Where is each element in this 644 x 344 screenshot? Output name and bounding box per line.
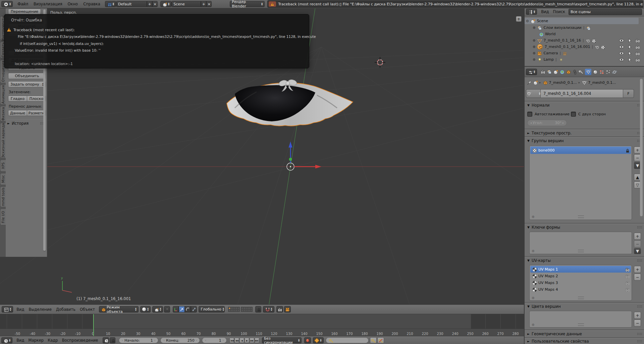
menu-timeline-playback[interactable]: Воспроизведение <box>62 338 98 343</box>
manipulator-y-handle[interactable] <box>289 158 292 161</box>
cursor-select-icon[interactable] <box>627 38 632 43</box>
mesh-data-context-tab-active[interactable] <box>585 69 591 75</box>
list-add-mini-icon[interactable]: ⊕ <box>532 296 534 300</box>
header-error-report[interactable]: Traceback (most recent call last):▯ File… <box>267 0 643 8</box>
shapekey-add-button[interactable]: + <box>634 233 641 240</box>
keying-set-dropdown[interactable]: ▲▼ <box>313 337 323 343</box>
mesh-name-input[interactable]: 7_mesh0_0.1_16_16.004 <box>541 89 623 98</box>
add-layout-button[interactable]: + <box>147 1 152 7</box>
crumb-data-name[interactable]: 7_mesh0_0.1... <box>588 80 616 85</box>
layers-grid-2[interactable] <box>241 307 253 312</box>
menu-3d-view[interactable]: Вид <box>16 307 24 312</box>
tab-file-io[interactable]: File I/O <box>0 209 6 225</box>
mesh-datablock-icon-button[interactable]: ▲▼ <box>526 89 541 98</box>
physics-context-icon[interactable] <box>612 69 617 74</box>
increment-arrow-icon[interactable]: › <box>196 339 197 342</box>
manipulator-rotate-toggle[interactable] <box>185 306 191 312</box>
cursor-select-icon[interactable] <box>627 57 632 62</box>
constraints-context-icon[interactable] <box>572 69 577 74</box>
tab-physics[interactable]: Физика <box>0 106 6 121</box>
transform-orientation-dropdown[interactable]: Глобально ▲▼ <box>199 306 225 312</box>
shape-keys-panel-header[interactable]: ▼ Ключи формы <box>525 224 644 231</box>
modifiers-context-icon[interactable] <box>579 69 584 74</box>
lock-icon[interactable] <box>625 148 629 153</box>
mesh-object-cape[interactable] <box>227 79 353 126</box>
pin-icon[interactable] <box>527 80 531 85</box>
use-preview-range-toggle[interactable] <box>103 337 109 343</box>
insert-keyframe-button[interactable] <box>370 337 377 343</box>
decrement-arrow-icon[interactable]: ‹ <box>163 339 165 342</box>
render-toggle-icon[interactable] <box>635 38 640 43</box>
editor-type-properties-button[interactable]: ▲▼ <box>526 69 537 75</box>
eye-icon[interactable] <box>619 51 624 56</box>
vertex-groups-list[interactable]: bone000 ⊕ <box>529 146 632 220</box>
list-add-mini-icon[interactable]: ⊕ <box>532 249 534 253</box>
vertex-colors-list-empty[interactable]: ⊕ <box>529 311 632 328</box>
vertex-groups-panel-header[interactable]: ▼ Группы вершин <box>525 137 644 144</box>
frame-end-field[interactable]: ‹ Конец: 250 › <box>160 337 200 343</box>
timeline-track[interactable]: -50-40-30-20-100102030405060708090100110… <box>0 313 524 336</box>
render-camera-icon[interactable] <box>625 287 629 292</box>
vcolor-add-button[interactable]: + <box>634 312 641 319</box>
set-origin-dropdown[interactable]: Задать опорну▲▼ <box>8 81 46 88</box>
pivot-point-dropdown[interactable]: ▲▼ <box>152 306 163 312</box>
uv-map-row[interactable]: UV Maps 4 <box>530 286 631 293</box>
outliner-row-scene[interactable]: ⊖ Scene <box>525 18 639 24</box>
autosmooth-angle-slider-disabled[interactable]: ◂ Угол: 30° ▸ <box>527 120 567 126</box>
manipulator-scale-toggle[interactable] <box>191 306 197 312</box>
shapekey-remove-button-disabled[interactable]: − <box>634 240 641 247</box>
jump-to-start-button[interactable]: |◀◀ <box>229 338 234 343</box>
panel-grip-icon[interactable] <box>637 333 642 335</box>
panel-grip-icon[interactable] <box>637 340 642 343</box>
shape-keys-list-empty[interactable]: ⊕ <box>529 232 632 254</box>
play-reverse-button[interactable]: ◀ <box>239 338 244 343</box>
list-resize-handle[interactable] <box>578 250 584 252</box>
uv-map-row-selected[interactable]: UV Maps 1 <box>530 266 631 273</box>
uvmap-remove-button[interactable]: − <box>634 274 641 281</box>
material-context-icon[interactable] <box>593 69 598 74</box>
expand-icon[interactable]: ⊕ <box>533 39 535 42</box>
editor-type-outliner-button[interactable]: ▲▼ <box>526 9 537 15</box>
texture-context-icon[interactable] <box>599 69 604 74</box>
vcolor-remove-button[interactable]: − <box>634 320 641 327</box>
world-context-icon[interactable] <box>559 69 565 74</box>
outliner-row-render-layers[interactable]: ⊕ Слои визуализации | <box>533 24 643 31</box>
menu-outliner-view[interactable]: Вид <box>541 9 549 14</box>
editor-type-3dview-button[interactable]: ▲▼ <box>2 306 13 312</box>
current-frame-playhead[interactable] <box>93 313 94 336</box>
menu-file[interactable]: Файл <box>17 2 28 6</box>
object-context-icon[interactable] <box>566 69 571 74</box>
decrement-arrow-icon[interactable]: ‹ <box>122 339 123 342</box>
join-button[interactable]: Объединить <box>8 73 46 79</box>
sync-mode-dropdown[interactable]: Без синхронизации ▲▼ <box>262 337 302 343</box>
fake-user-button[interactable]: F <box>623 89 634 98</box>
expand-icon[interactable]: ⊕ <box>533 58 535 61</box>
move-button[interactable]: Перемещение <box>8 9 41 14</box>
render-camera-icon[interactable] <box>625 281 629 285</box>
menu-timeline-frame[interactable]: Кадр <box>48 338 58 343</box>
lock-to-scene-toggle[interactable] <box>255 306 261 312</box>
menu-outliner-search[interactable]: Поиск <box>553 9 565 14</box>
render-engine-dropdown[interactable]: Рендер Blender ▲▼ <box>230 1 265 7</box>
close-scene-button[interactable]: × <box>206 1 212 7</box>
eye-icon[interactable] <box>619 57 624 62</box>
menu-3d-select[interactable]: Выделение <box>29 307 52 312</box>
normals-panel-header[interactable]: ▼ Нормали <box>525 102 644 109</box>
cursor-select-icon[interactable] <box>627 45 632 49</box>
expand-icon[interactable]: ⊕ <box>533 45 535 49</box>
jump-prev-keyframe-button[interactable]: ◀◀ <box>234 338 239 343</box>
increment-arrow-icon[interactable]: › <box>223 339 224 342</box>
render-toggle-icon[interactable] <box>635 57 640 62</box>
history-panel-header[interactable]: ► История <box>7 121 45 126</box>
tab-misc[interactable]: Misc <box>0 173 6 185</box>
expand-icon[interactable]: ⊕ <box>533 51 535 55</box>
uv-maps-panel-header[interactable]: ▼ UV-карты <box>525 257 644 264</box>
render-toggle-icon[interactable] <box>635 51 640 56</box>
error-report-popup[interactable]: Отчёт: Ошибка Traceback (most recent cal… <box>4 14 309 68</box>
expand-icon[interactable]: ⊕ <box>533 26 535 30</box>
active-keying-set-field[interactable] <box>326 337 369 343</box>
doublesided-checkbox[interactable] <box>571 112 576 117</box>
scene-icon-button[interactable]: ▲▼ <box>160 1 171 7</box>
render-opengl-anim-button[interactable] <box>284 306 291 312</box>
decrement-arrow-icon[interactable]: ‹ <box>205 339 206 342</box>
